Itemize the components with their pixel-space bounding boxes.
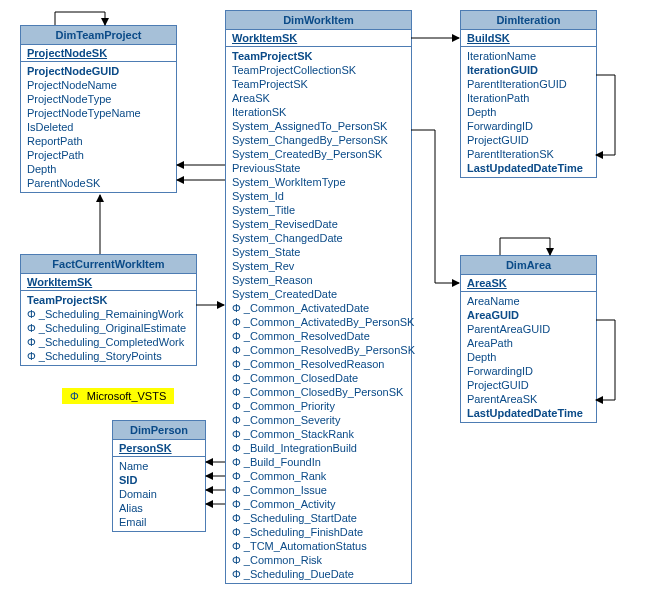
table-field: TeamProjectSK	[232, 49, 405, 63]
table-header: DimTeamProject	[21, 26, 176, 45]
table-field: Φ _Common_Rank	[232, 469, 405, 483]
table-field: Depth	[27, 162, 170, 176]
table-field: Φ _Common_Priority	[232, 399, 405, 413]
table-field: AreaSK	[232, 91, 405, 105]
table-field: ParentAreaGUID	[467, 322, 590, 336]
table-field: Φ _Common_StackRank	[232, 427, 405, 441]
table-field: System_Reason	[232, 273, 405, 287]
table-dimiteration: DimIteration BuildSK IterationNameIterat…	[460, 10, 597, 178]
table-field: ForwardingID	[467, 364, 590, 378]
table-field: Φ _Scheduling_DueDate	[232, 567, 405, 581]
table-field: ReportPath	[27, 134, 170, 148]
table-header: DimArea	[461, 256, 596, 275]
table-key: PersonSK	[113, 440, 205, 457]
table-field: ParentIterationSK	[467, 147, 590, 161]
table-body: IterationNameIterationGUIDParentIteratio…	[461, 47, 596, 177]
table-header: DimIteration	[461, 11, 596, 30]
table-field: LastUpdatedDateTime	[467, 406, 590, 420]
table-dimteamproject: DimTeamProject ProjectNodeSK ProjectNode…	[20, 25, 177, 193]
table-field: System_ChangedBy_PersonSK	[232, 133, 405, 147]
table-field: System_Rev	[232, 259, 405, 273]
table-field: System_State	[232, 245, 405, 259]
table-field: ParentNodeSK	[27, 176, 170, 190]
table-field: Φ _Common_ClosedBy_PersonSK	[232, 385, 405, 399]
table-field: AreaGUID	[467, 308, 590, 322]
table-field: Φ _TCM_AutomationStatus	[232, 539, 405, 553]
table-field: AreaPath	[467, 336, 590, 350]
table-field: IterationPath	[467, 91, 590, 105]
legend-symbol: Φ	[70, 390, 79, 402]
table-field: Φ _Common_ActivatedDate	[232, 301, 405, 315]
table-key: WorkItemSK	[226, 30, 411, 47]
table-key: AreaSK	[461, 275, 596, 292]
table-header: DimPerson	[113, 421, 205, 440]
table-field: Email	[119, 515, 199, 529]
table-field: Φ _Common_Activity	[232, 497, 405, 511]
table-field: IsDeleted	[27, 120, 170, 134]
table-field: ProjectNodeTypeName	[27, 106, 170, 120]
table-field: ProjectNodeType	[27, 92, 170, 106]
table-field: ProjectPath	[27, 148, 170, 162]
table-field: ProjectGUID	[467, 133, 590, 147]
table-body: NameSIDDomainAliasEmail	[113, 457, 205, 531]
table-key: WorkItemSK	[21, 274, 196, 291]
table-header: FactCurrentWorkItem	[21, 255, 196, 274]
table-field: Φ _Scheduling_OriginalEstimate	[27, 321, 190, 335]
table-field: TeamProjectSK	[27, 293, 190, 307]
table-field: PreviousState	[232, 161, 405, 175]
table-field: TeamProjectCollectionSK	[232, 63, 405, 77]
table-field: System_WorkItemType	[232, 175, 405, 189]
table-field: Φ _Build_FoundIn	[232, 455, 405, 469]
table-field: IterationSK	[232, 105, 405, 119]
table-field: Φ _Scheduling_StartDate	[232, 511, 405, 525]
table-field: AreaName	[467, 294, 590, 308]
table-dimworkitem: DimWorkItem WorkItemSK TeamProjectSKTeam…	[225, 10, 412, 584]
table-body: TeamProjectSKΦ _Scheduling_RemainingWork…	[21, 291, 196, 365]
table-field: IterationGUID	[467, 63, 590, 77]
table-body: ProjectNodeGUIDProjectNodeNameProjectNod…	[21, 62, 176, 192]
table-field: ParentIterationGUID	[467, 77, 590, 91]
table-field: Φ _Scheduling_FinishDate	[232, 525, 405, 539]
table-field: Φ _Scheduling_RemainingWork	[27, 307, 190, 321]
table-key: ProjectNodeSK	[21, 45, 176, 62]
table-field: SID	[119, 473, 199, 487]
table-field: Φ _Common_Risk	[232, 553, 405, 567]
table-field: System_CreatedBy_PersonSK	[232, 147, 405, 161]
table-field: Depth	[467, 350, 590, 364]
table-field: Φ _Scheduling_CompletedWork	[27, 335, 190, 349]
table-field: Φ _Common_ResolvedBy_PersonSK	[232, 343, 405, 357]
table-field: Φ _Common_ResolvedReason	[232, 357, 405, 371]
table-field: ProjectNodeGUID	[27, 64, 170, 78]
table-field: Name	[119, 459, 199, 473]
table-body: AreaNameAreaGUIDParentAreaGUIDAreaPathDe…	[461, 292, 596, 422]
table-factcurrentworkitem: FactCurrentWorkItem WorkItemSK TeamProje…	[20, 254, 197, 366]
table-field: Depth	[467, 105, 590, 119]
table-field: LastUpdatedDateTime	[467, 161, 590, 175]
table-header: DimWorkItem	[226, 11, 411, 30]
table-field: Alias	[119, 501, 199, 515]
table-field: TeamProjectSK	[232, 77, 405, 91]
table-field: Domain	[119, 487, 199, 501]
table-field: Φ _Common_Issue	[232, 483, 405, 497]
table-field: ProjectGUID	[467, 378, 590, 392]
legend: ΦMicrosoft_VSTS	[62, 388, 174, 404]
table-field: ForwardingID	[467, 119, 590, 133]
table-field: Φ _Common_ClosedDate	[232, 371, 405, 385]
table-field: ParentAreaSK	[467, 392, 590, 406]
table-field: System_RevisedDate	[232, 217, 405, 231]
table-key: BuildSK	[461, 30, 596, 47]
table-body: TeamProjectSKTeamProjectCollectionSKTeam…	[226, 47, 411, 583]
table-field: Φ _Common_Severity	[232, 413, 405, 427]
table-field: Φ _Common_ActivatedBy_PersonSK	[232, 315, 405, 329]
table-field: Φ _Build_IntegrationBuild	[232, 441, 405, 455]
table-field: System_CreatedDate	[232, 287, 405, 301]
legend-text: Microsoft_VSTS	[87, 390, 166, 402]
table-field: System_Id	[232, 189, 405, 203]
table-field: IterationName	[467, 49, 590, 63]
table-field: ProjectNodeName	[27, 78, 170, 92]
table-field: Φ _Common_ResolvedDate	[232, 329, 405, 343]
table-field: System_AssignedTo_PersonSK	[232, 119, 405, 133]
table-dimperson: DimPerson PersonSK NameSIDDomainAliasEma…	[112, 420, 206, 532]
table-field: Φ _Scheduling_StoryPoints	[27, 349, 190, 363]
table-field: System_Title	[232, 203, 405, 217]
